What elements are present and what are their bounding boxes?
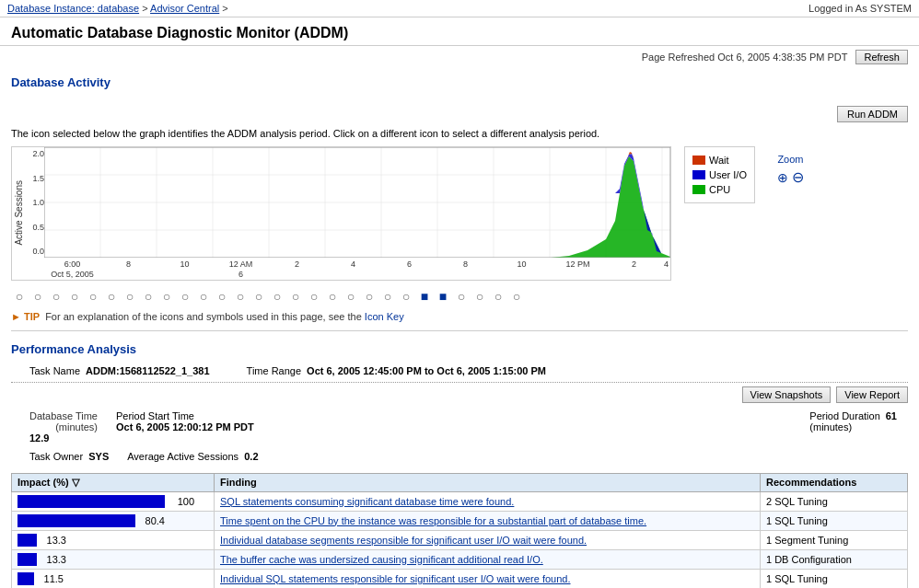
chart-container: Active Sessions 0.0 0.5 1.0 1.5 2.0: [0, 143, 919, 284]
period-icon-21[interactable]: ○: [379, 288, 396, 305]
finding-link[interactable]: Individual SQL statements responsible fo…: [220, 573, 571, 584]
period-icon-19[interactable]: ○: [343, 288, 359, 305]
period-icon-9[interactable]: ○: [158, 288, 175, 305]
task-name-item: Task Name ADDM:1568112522_1_381: [29, 365, 210, 376]
refresh-timestamp: Oct 6, 2005 4:38:35 PM PDT: [717, 52, 847, 63]
finding-link[interactable]: Individual database segments responsible…: [220, 535, 587, 546]
view-snapshots-button[interactable]: View Snapshots: [742, 386, 832, 403]
refresh-bar: Page Refreshed Oct 6, 2005 4:38:35 PM PD…: [0, 46, 919, 68]
database-activity-title: Database Activity: [11, 75, 908, 89]
page-title: Automatic Database Diagnostic Monitor (A…: [11, 25, 348, 40]
zoom-out-button[interactable]: ⊖: [792, 168, 804, 186]
finding-link[interactable]: The buffer cache was undersized causing …: [220, 554, 543, 565]
period-icon-20[interactable]: ○: [361, 288, 378, 305]
breadcrumb-advisor-link[interactable]: Advisor Central: [150, 3, 219, 14]
db-time-label: Database Time(minutes): [29, 410, 98, 432]
tip-text: For an explanation of the icons and symb…: [45, 311, 365, 322]
chart-wrapper: Active Sessions 0.0 0.5 1.0 1.5 2.0: [11, 146, 671, 281]
period-icon-5[interactable]: ○: [85, 288, 101, 305]
breadcrumb: Database Instance: database > Advisor Ce…: [7, 3, 228, 14]
chart-area: 6:00Oct 5, 2005 8 10 12 AM6 2 4 6 8 10 1…: [44, 147, 670, 280]
legend-userio-label: User I/O: [709, 169, 747, 180]
period-icon-23-selected[interactable]: ■: [416, 288, 433, 305]
svg-marker-17: [551, 156, 670, 258]
icon-row: ○ ○ ○ ○ ○ ○ ○ ○ ○ ○ ○ ○ ○ ○ ○ ○ ○ ○ ○ ○ …: [0, 284, 919, 308]
time-range-value: Oct 6, 2005 12:45:00 PM to Oct 6, 2005 1…: [307, 365, 546, 376]
breadcrumb-sep2: >: [222, 3, 227, 14]
period-start-value: Oct 6, 2005 12:00:12 PM PDT: [116, 421, 254, 432]
period-icon-1[interactable]: ○: [11, 288, 28, 305]
recs-cell: 2 SQL Tuning: [761, 491, 908, 511]
finding-cell[interactable]: The buffer cache was undersized causing …: [215, 549, 761, 569]
y-tick-labels: 0.0 0.5 1.0 1.5 2.0: [26, 147, 44, 258]
impact-cell: 13.3: [12, 530, 215, 549]
db-time-value: 12.9: [29, 432, 98, 444]
chart-description: The icon selected below the graph identi…: [0, 126, 919, 143]
finding-cell[interactable]: Individual SQL statements responsible fo…: [215, 569, 761, 588]
finding-cell[interactable]: Individual database segments responsible…: [215, 530, 761, 549]
table-row: 13.3 Individual database segments respon…: [12, 530, 908, 549]
period-icon-15[interactable]: ○: [269, 288, 285, 305]
finding-link[interactable]: SQL statements consuming significant dat…: [220, 496, 514, 507]
impact-number: 100: [169, 496, 194, 507]
period-duration-label: Period Duration(minutes): [809, 410, 879, 432]
impact-cell: 11.5: [12, 569, 215, 588]
period-icon-13[interactable]: ○: [232, 288, 249, 305]
col-recs: Recommendations: [761, 473, 908, 491]
refresh-button[interactable]: Refresh: [855, 50, 908, 64]
finding-link[interactable]: Time spent on the CPU by the instance wa…: [220, 515, 646, 526]
period-icon-8[interactable]: ○: [140, 288, 157, 305]
period-icon-6[interactable]: ○: [103, 288, 120, 305]
zoom-buttons: ⊕ ⊖: [777, 168, 804, 186]
task-owner-value: SYS: [88, 451, 109, 462]
recs-cell: 1 DB Configuration: [761, 549, 908, 569]
period-icon-3[interactable]: ○: [48, 288, 64, 305]
period-icon-27[interactable]: ○: [490, 288, 506, 305]
period-icon-14[interactable]: ○: [250, 288, 267, 305]
finding-cell[interactable]: Time spent on the CPU by the instance wa…: [215, 511, 761, 530]
chart-legend: Wait User I/O CPU: [684, 146, 755, 203]
separator: [11, 330, 908, 331]
impact-bar: [17, 572, 34, 585]
period-icon-18[interactable]: ○: [324, 288, 341, 305]
period-icon-4[interactable]: ○: [66, 288, 83, 305]
performance-analysis-section: Performance Analysis Task Name ADDM:1568…: [0, 337, 919, 588]
period-icon-22[interactable]: ○: [398, 288, 414, 305]
period-icon-7[interactable]: ○: [122, 288, 138, 305]
recs-cell: 1 SQL Tuning: [761, 569, 908, 588]
period-icon-11[interactable]: ○: [195, 288, 212, 305]
breadcrumb-instance-link[interactable]: Database Instance: database: [7, 3, 139, 14]
top-bar: Database Instance: database > Advisor Ce…: [0, 0, 919, 17]
zoom-in-button[interactable]: ⊕: [777, 168, 788, 186]
legend-cpu-label: CPU: [709, 184, 730, 195]
period-icon-2[interactable]: ○: [29, 288, 46, 305]
table-row: 80.4 Time spent on the CPU by the instan…: [12, 511, 908, 530]
avg-active-label: Average Active Sessions: [127, 451, 238, 462]
run-addm-button[interactable]: Run ADDM: [837, 106, 908, 122]
period-icon-10[interactable]: ○: [177, 288, 193, 305]
run-addm-bar: Run ADDM: [0, 102, 919, 126]
impact-number: 13.3: [41, 535, 66, 546]
col-impact: Impact (%) ▽: [12, 473, 215, 491]
period-duration-value: 61: [886, 410, 897, 432]
action-buttons: View Snapshots View Report: [11, 383, 908, 407]
task-owner-label: Task Owner: [29, 451, 83, 462]
tip-icon: ► TIP: [11, 311, 40, 322]
period-icon-28[interactable]: ○: [508, 288, 525, 305]
task-name-label: Task Name: [29, 365, 80, 376]
period-icon-17[interactable]: ○: [306, 288, 322, 305]
period-icon-12[interactable]: ○: [214, 288, 230, 305]
period-icon-24-selected[interactable]: ■: [435, 288, 451, 305]
impact-bar: [17, 534, 37, 547]
impact-number: 80.4: [139, 515, 165, 526]
y-axis-label: Active Sessions: [12, 147, 26, 280]
icon-key-link[interactable]: Icon Key: [365, 311, 404, 322]
legend-cpu: CPU: [692, 184, 747, 195]
view-report-button[interactable]: View Report: [836, 386, 908, 403]
period-icon-16[interactable]: ○: [287, 288, 304, 305]
period-icon-26[interactable]: ○: [471, 288, 488, 305]
finding-cell[interactable]: SQL statements consuming significant dat…: [215, 491, 761, 511]
tip-bar: ► TIP For an explanation of the icons an…: [0, 308, 919, 325]
period-icon-25[interactable]: ○: [453, 288, 470, 305]
impact-cell: 13.3: [12, 549, 215, 569]
